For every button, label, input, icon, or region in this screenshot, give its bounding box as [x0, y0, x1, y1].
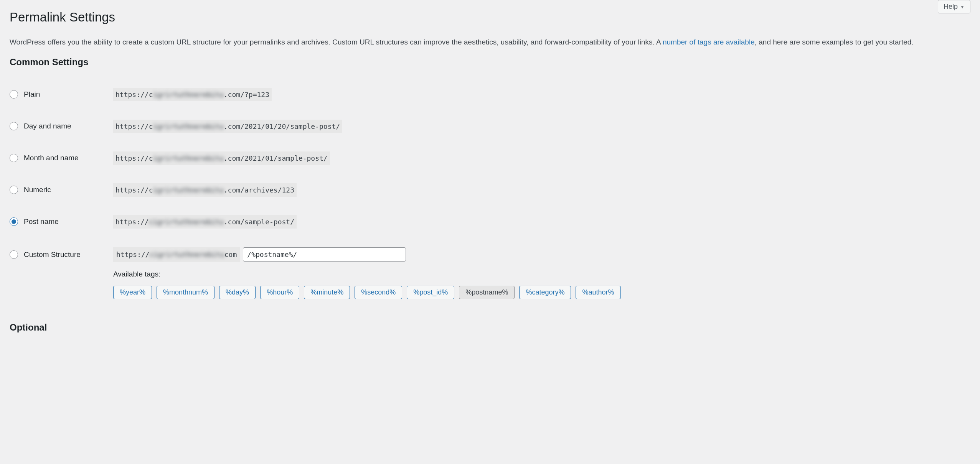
radio-month-name[interactable]: [10, 154, 18, 162]
option-row-plain: Plain https://cigrirtuthnerebitu.com/?p=…: [10, 79, 970, 110]
tag-button-category[interactable]: %category%: [519, 286, 571, 299]
radio-label-numeric[interactable]: Numeric: [24, 184, 51, 196]
tag-button-second[interactable]: %second%: [355, 286, 402, 299]
option-row-custom: Custom Structure https://cigrirtuthnereb…: [10, 238, 970, 309]
example-url-day-name: https://cigrirtuthnerebitu.com/2021/01/2…: [113, 120, 342, 133]
radio-day-name[interactable]: [10, 122, 18, 130]
help-label: Help: [944, 3, 958, 11]
tag-button-day[interactable]: %day%: [219, 286, 256, 299]
tag-button-monthnum[interactable]: %monthnum%: [157, 286, 214, 299]
tag-button-author[interactable]: %author%: [576, 286, 620, 299]
tag-button-postname[interactable]: %postname%: [459, 286, 515, 299]
radio-label-custom[interactable]: Custom Structure: [24, 249, 81, 260]
radio-label-post-name[interactable]: Post name: [24, 216, 59, 227]
example-url-month-name: https://cigrirtuthnerebitu.com/2021/01/s…: [113, 151, 330, 165]
page-title: Permalink Settings: [10, 8, 970, 27]
radio-label-plain[interactable]: Plain: [24, 89, 40, 100]
radio-label-month-name[interactable]: Month and name: [24, 153, 79, 164]
option-row-day-name: Day and name https://cigrirtuthnerebitu.…: [10, 110, 970, 142]
tag-button-hour[interactable]: %hour%: [260, 286, 299, 299]
help-button[interactable]: Help ▼: [938, 0, 970, 13]
tags-container: %year%%monthnum%%day%%hour%%minute%%seco…: [113, 286, 970, 299]
available-tags-label: Available tags:: [113, 269, 970, 280]
custom-structure-input[interactable]: [243, 247, 406, 262]
tag-button-year[interactable]: %year%: [113, 286, 152, 299]
radio-custom[interactable]: [10, 250, 18, 259]
optional-heading: Optional: [10, 321, 970, 334]
chevron-down-icon: ▼: [960, 4, 965, 10]
tags-available-link[interactable]: number of tags are available: [663, 38, 755, 46]
radio-post-name[interactable]: [10, 217, 18, 226]
custom-base-url: https://cigrirtuthnerebitu com: [113, 247, 240, 262]
radio-numeric[interactable]: [10, 186, 18, 194]
tag-button-post_id[interactable]: %post_id%: [407, 286, 454, 299]
tag-button-minute[interactable]: %minute%: [304, 286, 350, 299]
radio-plain[interactable]: [10, 90, 18, 99]
common-settings-heading: Common Settings: [10, 55, 970, 69]
intro-text: WordPress offers you the ability to crea…: [10, 36, 970, 48]
option-row-post-name: Post name https://cigrirtuthnerebitu.com…: [10, 206, 970, 238]
example-url-numeric: https://cigrirtuthnerebitu.com/archives/…: [113, 183, 297, 197]
option-row-numeric: Numeric https://cigrirtuthnerebitu.com/a…: [10, 174, 970, 206]
example-url-plain: https://cigrirtuthnerebitu.com/?p=123: [113, 88, 272, 101]
example-url-post-name: https://cigrirtuthnerebitu.com/sample-po…: [113, 215, 297, 229]
radio-label-day-name[interactable]: Day and name: [24, 121, 71, 132]
option-row-month-name: Month and name https://cigrirtuthnerebit…: [10, 142, 970, 174]
